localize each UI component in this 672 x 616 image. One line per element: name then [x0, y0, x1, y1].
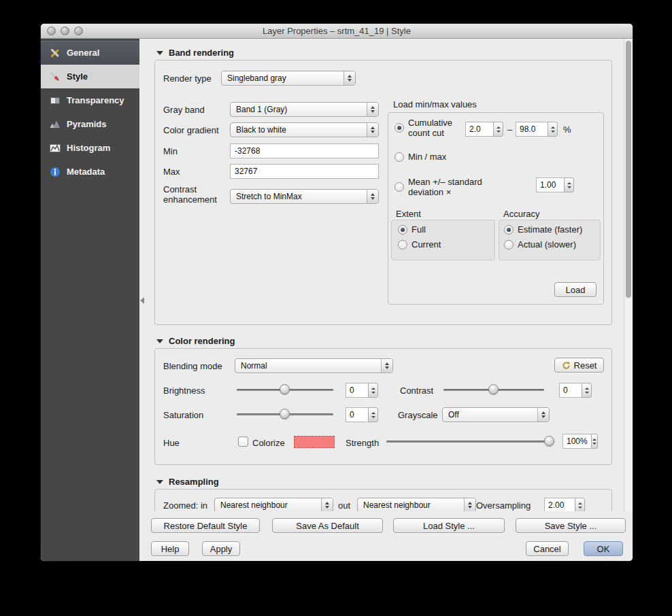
- accuracy-actual-option[interactable]: Actual (slower): [504, 239, 576, 250]
- accuracy-estimate-option[interactable]: Estimate (faster): [504, 224, 582, 235]
- gray-band-label: Gray band: [163, 105, 205, 115]
- contrast-enhancement-label: Contrast enhancement: [163, 184, 228, 205]
- collapse-triangle-icon[interactable]: [156, 51, 163, 55]
- slider-thumb[interactable]: [544, 436, 554, 446]
- stddev-spinbox[interactable]: 1.00: [536, 177, 574, 192]
- sidebar-item-histogram[interactable]: Histogram: [41, 136, 139, 160]
- save-as-default-button[interactable]: Save As Default: [272, 518, 383, 533]
- minmax-option[interactable]: Min / max: [394, 152, 446, 162]
- slider-thumb[interactable]: [280, 384, 290, 394]
- minimize-button[interactable]: [61, 27, 69, 35]
- oversampling-spinbox[interactable]: 2.00: [544, 498, 585, 511]
- sidebar-item-general[interactable]: General: [41, 41, 139, 65]
- reset-button[interactable]: Reset: [554, 358, 604, 373]
- contrast-enhancement-select[interactable]: Stretch to MinMax: [230, 189, 379, 204]
- sidebar-item-transparency[interactable]: Transparency: [41, 88, 139, 112]
- cumulative-max-spinbox[interactable]: 98.0: [516, 122, 558, 137]
- brightness-spinbox[interactable]: 0: [346, 383, 378, 398]
- cumulative-min-spinbox[interactable]: 2.0: [465, 122, 503, 137]
- collapse-triangle-icon[interactable]: [156, 480, 163, 484]
- sidebar-item-pyramids[interactable]: Pyramids: [41, 112, 139, 136]
- close-button[interactable]: [47, 27, 56, 35]
- saturation-spinbox[interactable]: 0: [346, 407, 378, 422]
- stepper-arrows-icon[interactable]: [582, 383, 592, 398]
- layer-properties-window: Layer Properties – srtm_41_19 | Style Ge…: [41, 24, 633, 561]
- slider-thumb[interactable]: [280, 409, 290, 419]
- color-rendering-header[interactable]: Color rendering: [156, 336, 235, 346]
- grayscale-select[interactable]: Off: [442, 407, 550, 422]
- stepper-arrows-icon[interactable]: [548, 122, 558, 137]
- collapse-triangle-icon[interactable]: [156, 339, 163, 343]
- ok-button[interactable]: OK: [584, 541, 623, 556]
- help-button[interactable]: Help: [151, 541, 189, 556]
- accuracy-estimate-label: Estimate (faster): [518, 224, 582, 235]
- band-rendering-header[interactable]: Band rendering: [156, 48, 234, 58]
- max-label: Max: [163, 167, 180, 177]
- mean-stddev-radio[interactable]: [394, 182, 404, 192]
- strength-label: Strength: [346, 438, 379, 448]
- load-style-button[interactable]: Load Style ...: [393, 518, 505, 533]
- load-button[interactable]: Load: [554, 282, 597, 297]
- stepper-arrows-icon[interactable]: [575, 498, 585, 511]
- button-label: Help: [161, 544, 180, 554]
- accuracy-estimate-radio[interactable]: [504, 225, 514, 235]
- save-style-button[interactable]: Save Style ...: [516, 518, 626, 533]
- sidebar-item-metadata[interactable]: Metadata: [41, 160, 139, 184]
- cumulative-radio[interactable]: [394, 123, 404, 133]
- gray-band-select[interactable]: Band 1 (Gray): [230, 102, 379, 117]
- window-title: Layer Properties – srtm_41_19 | Style: [263, 26, 411, 36]
- grayscale-value: Off: [448, 410, 459, 420]
- mean-stddev-option[interactable]: Mean +/– standard deviation ×: [394, 177, 517, 197]
- cumulative-count-cut-option[interactable]: Cumulative count cut: [394, 118, 471, 138]
- extent-full-option[interactable]: Full: [398, 224, 426, 235]
- color-gradient-select[interactable]: Black to white: [230, 122, 379, 137]
- vertical-scrollbar[interactable]: [624, 39, 633, 511]
- blending-mode-select[interactable]: Normal: [235, 358, 393, 373]
- max-input[interactable]: 32767: [230, 164, 379, 179]
- section-title: Resampling: [169, 477, 219, 487]
- colorize-checkbox[interactable]: [238, 437, 248, 447]
- min-label: Min: [163, 146, 178, 156]
- stepper-arrows-icon[interactable]: [368, 383, 378, 398]
- stddev-value: 1.00: [536, 177, 564, 192]
- colorize-color-swatch[interactable]: [294, 436, 335, 448]
- zoomed-in-select[interactable]: Nearest neighbour: [214, 498, 333, 511]
- minmax-radio[interactable]: [394, 152, 404, 162]
- resampling-header[interactable]: Resampling: [156, 477, 219, 487]
- extent-title: Extent: [396, 209, 421, 219]
- zoomed-out-select[interactable]: Nearest neighbour: [357, 498, 476, 511]
- zoom-button[interactable]: [74, 27, 83, 35]
- title-bar[interactable]: Layer Properties – srtm_41_19 | Style: [41, 24, 633, 39]
- cumulative-range-separator: –: [507, 124, 512, 135]
- strength-spinbox[interactable]: 100%: [562, 434, 598, 449]
- contrast-slider[interactable]: [443, 384, 544, 395]
- restore-default-style-button[interactable]: Restore Default Style: [151, 518, 260, 533]
- stepper-arrows-icon[interactable]: [493, 122, 503, 137]
- sidebar-item-style[interactable]: Style: [41, 65, 139, 88]
- scrollbar-thumb[interactable]: [626, 41, 631, 298]
- stepper-arrows-icon[interactable]: [368, 407, 378, 422]
- saturation-slider[interactable]: [237, 409, 333, 420]
- min-input[interactable]: -32768: [230, 143, 379, 158]
- collapse-arrow-icon[interactable]: [140, 297, 144, 304]
- stepper-arrows-icon[interactable]: [591, 434, 598, 449]
- cancel-button[interactable]: Cancel: [526, 541, 569, 556]
- extent-full-radio[interactable]: [398, 225, 407, 235]
- contrast-spinbox[interactable]: 0: [559, 383, 592, 398]
- brightness-slider[interactable]: [237, 384, 333, 395]
- render-type-label: Render type: [163, 73, 212, 84]
- stepper-arrows-icon[interactable]: [564, 177, 574, 192]
- section-title: Color rendering: [169, 336, 235, 346]
- extent-current-option[interactable]: Current: [398, 239, 441, 250]
- zoomed-in-value: Nearest neighbour: [220, 500, 288, 510]
- extent-current-radio[interactable]: [398, 240, 407, 250]
- sidebar: General Style Transparency Pyramids Hist…: [41, 39, 139, 561]
- slider-thumb[interactable]: [488, 384, 499, 394]
- accuracy-actual-radio[interactable]: [504, 240, 514, 250]
- render-type-select[interactable]: Singleband gray: [221, 71, 356, 86]
- oversampling-value: 2.00: [544, 498, 575, 511]
- strength-slider[interactable]: [386, 436, 554, 447]
- apply-button[interactable]: Apply: [202, 541, 240, 556]
- style-icon: [49, 71, 61, 83]
- zoomed-out-value: Nearest neighbour: [363, 500, 431, 510]
